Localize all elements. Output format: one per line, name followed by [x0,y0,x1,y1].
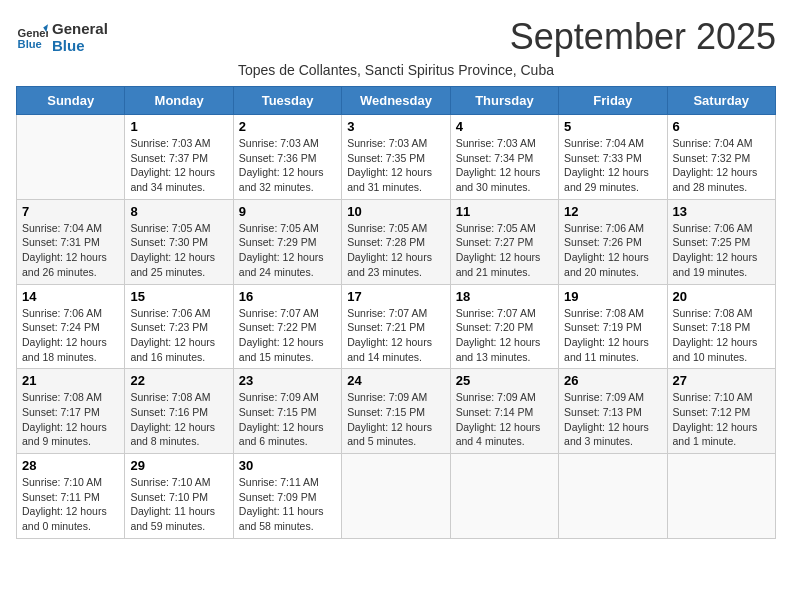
day-info: Sunrise: 7:07 AM Sunset: 7:22 PM Dayligh… [239,306,336,365]
day-info: Sunrise: 7:06 AM Sunset: 7:26 PM Dayligh… [564,221,661,280]
svg-text:General: General [18,27,48,39]
day-number: 4 [456,119,553,134]
day-number: 12 [564,204,661,219]
day-number: 23 [239,373,336,388]
day-info: Sunrise: 7:03 AM Sunset: 7:37 PM Dayligh… [130,136,227,195]
day-info: Sunrise: 7:09 AM Sunset: 7:15 PM Dayligh… [347,390,444,449]
calendar-cell: 11Sunrise: 7:05 AM Sunset: 7:27 PM Dayli… [450,199,558,284]
calendar-cell: 15Sunrise: 7:06 AM Sunset: 7:23 PM Dayli… [125,284,233,369]
day-number: 24 [347,373,444,388]
day-number: 21 [22,373,119,388]
calendar-cell: 14Sunrise: 7:06 AM Sunset: 7:24 PM Dayli… [17,284,125,369]
day-number: 29 [130,458,227,473]
calendar-cell: 13Sunrise: 7:06 AM Sunset: 7:25 PM Dayli… [667,199,775,284]
day-number: 7 [22,204,119,219]
day-info: Sunrise: 7:10 AM Sunset: 7:11 PM Dayligh… [22,475,119,534]
calendar-cell: 27Sunrise: 7:10 AM Sunset: 7:12 PM Dayli… [667,369,775,454]
svg-text:Blue: Blue [18,38,42,50]
subtitle: Topes de Collantes, Sancti Spiritus Prov… [16,62,776,78]
week-row-2: 7Sunrise: 7:04 AM Sunset: 7:31 PM Daylig… [17,199,776,284]
calendar-cell: 6Sunrise: 7:04 AM Sunset: 7:32 PM Daylig… [667,115,775,200]
col-header-thursday: Thursday [450,87,558,115]
col-header-saturday: Saturday [667,87,775,115]
calendar-cell [667,454,775,539]
day-number: 6 [673,119,770,134]
calendar-header-row: SundayMondayTuesdayWednesdayThursdayFrid… [17,87,776,115]
day-info: Sunrise: 7:07 AM Sunset: 7:21 PM Dayligh… [347,306,444,365]
calendar-cell: 20Sunrise: 7:08 AM Sunset: 7:18 PM Dayli… [667,284,775,369]
page-header: General Blue General Blue September 2025 [16,16,776,58]
day-info: Sunrise: 7:10 AM Sunset: 7:10 PM Dayligh… [130,475,227,534]
day-number: 8 [130,204,227,219]
calendar-cell [559,454,667,539]
calendar-cell: 26Sunrise: 7:09 AM Sunset: 7:13 PM Dayli… [559,369,667,454]
calendar-cell: 24Sunrise: 7:09 AM Sunset: 7:15 PM Dayli… [342,369,450,454]
day-number: 15 [130,289,227,304]
calendar-cell: 1Sunrise: 7:03 AM Sunset: 7:37 PM Daylig… [125,115,233,200]
day-info: Sunrise: 7:05 AM Sunset: 7:30 PM Dayligh… [130,221,227,280]
month-title: September 2025 [510,16,776,58]
calendar-cell: 4Sunrise: 7:03 AM Sunset: 7:34 PM Daylig… [450,115,558,200]
day-info: Sunrise: 7:08 AM Sunset: 7:19 PM Dayligh… [564,306,661,365]
week-row-5: 28Sunrise: 7:10 AM Sunset: 7:11 PM Dayli… [17,454,776,539]
day-info: Sunrise: 7:04 AM Sunset: 7:32 PM Dayligh… [673,136,770,195]
col-header-sunday: Sunday [17,87,125,115]
calendar-cell [342,454,450,539]
logo: General Blue General Blue [16,20,108,54]
calendar-cell: 25Sunrise: 7:09 AM Sunset: 7:14 PM Dayli… [450,369,558,454]
calendar-cell [450,454,558,539]
logo-blue: Blue [52,37,108,54]
day-number: 3 [347,119,444,134]
day-number: 19 [564,289,661,304]
day-info: Sunrise: 7:09 AM Sunset: 7:13 PM Dayligh… [564,390,661,449]
day-info: Sunrise: 7:03 AM Sunset: 7:34 PM Dayligh… [456,136,553,195]
day-info: Sunrise: 7:06 AM Sunset: 7:23 PM Dayligh… [130,306,227,365]
calendar-cell: 30Sunrise: 7:11 AM Sunset: 7:09 PM Dayli… [233,454,341,539]
day-number: 13 [673,204,770,219]
day-info: Sunrise: 7:07 AM Sunset: 7:20 PM Dayligh… [456,306,553,365]
day-info: Sunrise: 7:08 AM Sunset: 7:16 PM Dayligh… [130,390,227,449]
calendar-cell: 8Sunrise: 7:05 AM Sunset: 7:30 PM Daylig… [125,199,233,284]
day-info: Sunrise: 7:03 AM Sunset: 7:35 PM Dayligh… [347,136,444,195]
day-info: Sunrise: 7:04 AM Sunset: 7:33 PM Dayligh… [564,136,661,195]
day-number: 14 [22,289,119,304]
calendar-cell: 29Sunrise: 7:10 AM Sunset: 7:10 PM Dayli… [125,454,233,539]
day-info: Sunrise: 7:11 AM Sunset: 7:09 PM Dayligh… [239,475,336,534]
calendar-cell: 19Sunrise: 7:08 AM Sunset: 7:19 PM Dayli… [559,284,667,369]
day-info: Sunrise: 7:05 AM Sunset: 7:28 PM Dayligh… [347,221,444,280]
calendar-cell: 17Sunrise: 7:07 AM Sunset: 7:21 PM Dayli… [342,284,450,369]
calendar-cell: 22Sunrise: 7:08 AM Sunset: 7:16 PM Dayli… [125,369,233,454]
calendar-cell: 5Sunrise: 7:04 AM Sunset: 7:33 PM Daylig… [559,115,667,200]
week-row-3: 14Sunrise: 7:06 AM Sunset: 7:24 PM Dayli… [17,284,776,369]
calendar-cell: 10Sunrise: 7:05 AM Sunset: 7:28 PM Dayli… [342,199,450,284]
col-header-tuesday: Tuesday [233,87,341,115]
day-info: Sunrise: 7:06 AM Sunset: 7:25 PM Dayligh… [673,221,770,280]
day-number: 28 [22,458,119,473]
day-number: 22 [130,373,227,388]
calendar-cell: 9Sunrise: 7:05 AM Sunset: 7:29 PM Daylig… [233,199,341,284]
calendar-cell: 28Sunrise: 7:10 AM Sunset: 7:11 PM Dayli… [17,454,125,539]
day-number: 1 [130,119,227,134]
col-header-monday: Monday [125,87,233,115]
day-number: 16 [239,289,336,304]
day-info: Sunrise: 7:09 AM Sunset: 7:14 PM Dayligh… [456,390,553,449]
day-number: 27 [673,373,770,388]
day-info: Sunrise: 7:09 AM Sunset: 7:15 PM Dayligh… [239,390,336,449]
week-row-1: 1Sunrise: 7:03 AM Sunset: 7:37 PM Daylig… [17,115,776,200]
day-number: 5 [564,119,661,134]
calendar-cell [17,115,125,200]
day-number: 30 [239,458,336,473]
calendar-table: SundayMondayTuesdayWednesdayThursdayFrid… [16,86,776,539]
logo-icon: General Blue [16,21,48,53]
day-number: 2 [239,119,336,134]
day-info: Sunrise: 7:05 AM Sunset: 7:27 PM Dayligh… [456,221,553,280]
day-number: 11 [456,204,553,219]
day-number: 17 [347,289,444,304]
day-info: Sunrise: 7:10 AM Sunset: 7:12 PM Dayligh… [673,390,770,449]
calendar-cell: 3Sunrise: 7:03 AM Sunset: 7:35 PM Daylig… [342,115,450,200]
logo-general: General [52,20,108,37]
week-row-4: 21Sunrise: 7:08 AM Sunset: 7:17 PM Dayli… [17,369,776,454]
calendar-cell: 2Sunrise: 7:03 AM Sunset: 7:36 PM Daylig… [233,115,341,200]
col-header-friday: Friday [559,87,667,115]
col-header-wednesday: Wednesday [342,87,450,115]
